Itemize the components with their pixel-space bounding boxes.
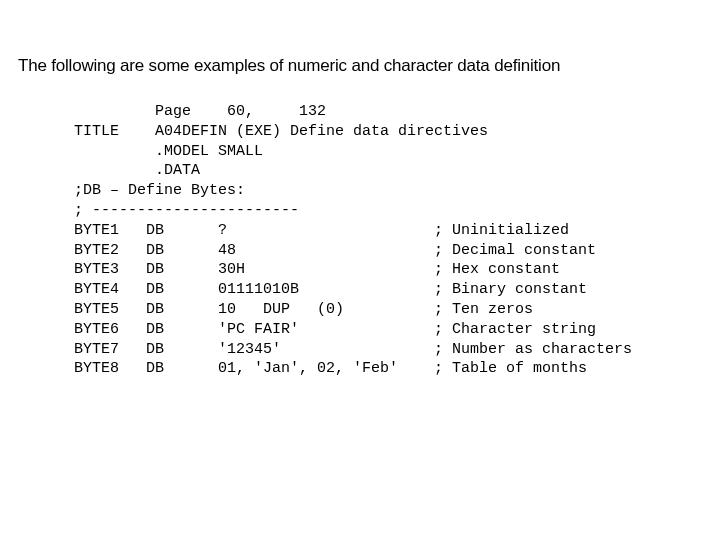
code-line: BYTE8 DB 01, 'Jan', 02, 'Feb' ; Table of… <box>74 360 587 377</box>
code-line: BYTE7 DB '12345' ; Number as characters <box>74 341 632 358</box>
code-line: BYTE5 DB 10 DUP (0) ; Ten zeros <box>74 301 533 318</box>
code-line: BYTE3 DB 30H ; Hex constant <box>74 261 560 278</box>
code-line: TITLE A04DEFIN (EXE) Define data directi… <box>74 123 488 140</box>
code-line: .DATA <box>74 162 200 179</box>
document-page: The following are some examples of numer… <box>0 0 720 379</box>
code-line: BYTE2 DB 48 ; Decimal constant <box>74 242 596 259</box>
page-title: The following are some examples of numer… <box>18 56 702 76</box>
code-listing: Page 60, 132 TITLE A04DEFIN (EXE) Define… <box>74 102 702 379</box>
code-line: BYTE6 DB 'PC FAIR' ; Character string <box>74 321 596 338</box>
code-line: .MODEL SMALL <box>74 143 263 160</box>
code-line: BYTE1 DB ? ; Uninitialized <box>74 222 569 239</box>
code-line: BYTE4 DB 01111010B ; Binary constant <box>74 281 587 298</box>
code-line: ; ----------------------- <box>74 202 299 219</box>
code-line: ;DB – Define Bytes: <box>74 182 245 199</box>
code-line: Page 60, 132 <box>74 103 326 120</box>
